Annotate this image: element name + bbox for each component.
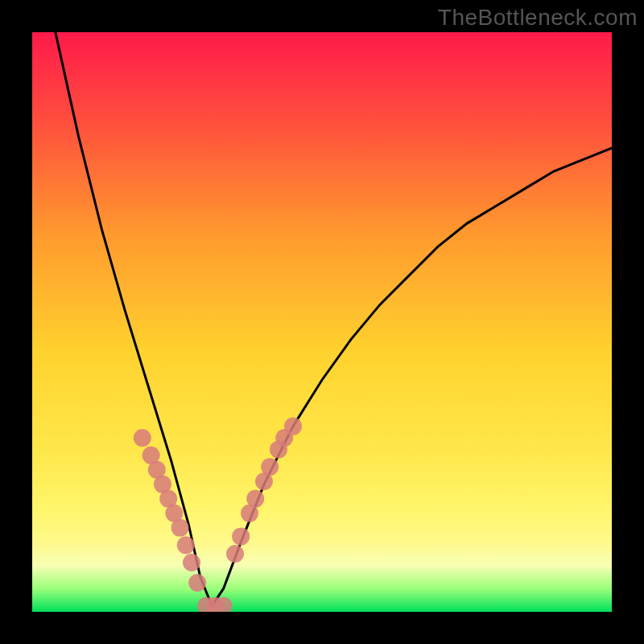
- marker-dot: [246, 490, 264, 508]
- marker-dot: [171, 519, 189, 537]
- marker-dot: [284, 418, 302, 436]
- marker-dot: [226, 545, 244, 563]
- chart-svg: [32, 32, 612, 612]
- marker-dot: [134, 429, 151, 447]
- gradient-background: [32, 32, 612, 612]
- marker-dot: [188, 574, 206, 592]
- marker-dot: [261, 458, 279, 476]
- marker-dot: [183, 554, 200, 572]
- marker-dot: [177, 536, 195, 554]
- marker-dot: [232, 527, 250, 545]
- plot-area: [32, 32, 612, 612]
- chart-frame: TheBottleneck.com: [0, 0, 644, 644]
- watermark-text: TheBottleneck.com: [438, 5, 638, 31]
